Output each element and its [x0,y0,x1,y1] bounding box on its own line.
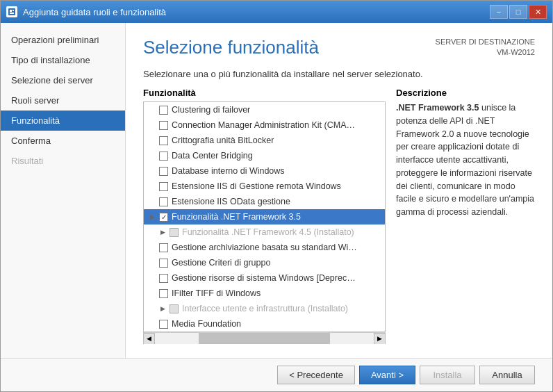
checkbox[interactable] [159,320,168,329]
app-icon [6,6,17,17]
scroll-right-button[interactable]: ▶ [374,333,386,345]
svg-rect-2 [13,10,14,11]
svg-rect-1 [10,10,12,12]
list-item: Funzionalità .NET Framework 4.5 (Install… [144,224,385,240]
list-item[interactable]: Data Center Bridging [144,148,385,163]
checkbox[interactable] [159,121,168,130]
list-item[interactable]: Connection Manager Administration Kit (C… [144,117,385,133]
footer: < Precedente Avanti > Installa Annulla [1,358,552,391]
expand-arrow-icon[interactable] [147,212,157,222]
item-label: Clustering di failover [172,105,250,115]
scroll-track[interactable] [155,333,374,344]
titlebar-controls: − □ ✕ [490,5,547,19]
content-area: Operazioni preliminari Tipo di installaz… [1,23,552,358]
item-label: Interfacce utente e infrastruttura (Inst… [182,304,348,313]
main-content: Selezione funzionalità SERVER DI DESTINA… [126,23,552,358]
install-button[interactable]: Installa [420,366,475,384]
server-name: VM-W2012 [436,47,535,58]
checkbox[interactable] [159,106,168,115]
minimize-button[interactable]: − [490,5,508,19]
sidebar-item-risultati: Risultati [1,151,125,171]
sidebar-item-tipo[interactable]: Tipo di installazione [1,50,125,70]
item-label: Connection Manager Administration Kit (C… [172,120,359,130]
list-item[interactable]: Clustering di failover [144,102,385,117]
description-header: Descrizione [396,88,535,98]
item-label: Gestione Criteri di gruppo [172,258,270,268]
horizontal-scrollbar[interactable]: ◀ ▶ [143,332,386,344]
server-info: SERVER DI DESTINAZIONE VM-W2012 [436,37,535,58]
titlebar: Aggiunta guidata ruoli e funzionalità − … [1,1,552,23]
checkbox-disabled [170,304,179,313]
item-label: IFilter TIFF di Windows [172,288,261,298]
list-item[interactable]: Gestione risorse di sistema Windows [Dep… [144,270,385,286]
description-text: .NET Framework 3.5 unisce la potenza del… [396,101,535,219]
features-header: Funzionalità [143,88,386,98]
window-title: Aggiunta guidata ruoli e funzionalità [23,7,166,17]
checkbox[interactable] [159,182,168,191]
item-label: Estensione IIS OData gestione [172,197,290,206]
list-item[interactable]: Estensione IIS di Gestione remota Window… [144,179,385,194]
description-body: unisce la potenza delle API di .NET Fram… [396,103,534,217]
list-item: Interfacce utente e infrastruttura (Inst… [144,301,385,316]
cancel-button[interactable]: Annulla [479,366,535,384]
description-strong: .NET Framework 3.5 [396,103,479,113]
checkbox[interactable] [159,243,168,252]
item-label: Media Foundation [172,319,241,329]
page-header: Selezione funzionalità SERVER DI DESTINA… [143,37,535,58]
checkbox[interactable] [159,197,168,206]
list-item-selected[interactable]: Funzionalità .NET Framework 3.5 [144,209,385,224]
svg-rect-3 [10,13,14,14]
close-button[interactable]: ✕ [529,5,547,19]
item-label: Gestione risorse di sistema Windows [Dep… [172,273,359,283]
prev-button[interactable]: < Precedente [277,366,355,384]
item-label: Estensione IIS di Gestione remota Window… [172,181,341,191]
features-list: Clustering di failover Connection Manage… [144,102,385,332]
checkbox[interactable] [159,259,168,268]
sidebar-item-operazioni[interactable]: Operazioni preliminari [1,30,125,50]
item-label: Funzionalità .NET Framework 4.5 (Install… [182,227,354,237]
checkbox[interactable] [159,289,168,298]
expand-arrow-icon [158,304,167,313]
checkbox[interactable] [159,167,168,176]
sidebar-item-conferma[interactable]: Conferma [1,131,125,151]
checkbox[interactable] [159,136,168,145]
expand-arrow-icon [158,227,167,237]
features-list-container[interactable]: Clustering di failover Connection Manage… [143,101,386,332]
sidebar: Operazioni preliminari Tipo di installaz… [1,23,126,358]
titlebar-left: Aggiunta guidata ruoli e funzionalità [6,6,166,17]
main-window: Aggiunta guidata ruoli e funzionalità − … [0,0,553,392]
item-label: Funzionalità .NET Framework 3.5 [172,212,301,222]
instruction-text: Selezionare una o più funzionalità da in… [143,69,535,79]
server-label: SERVER DI DESTINAZIONE [436,37,535,47]
list-item[interactable]: Database interno di Windows [144,163,385,179]
sidebar-item-ruoli[interactable]: Ruoli server [1,90,125,111]
scroll-left-button[interactable]: ◀ [143,333,155,345]
list-item[interactable]: Crittografia unità BitLocker [144,133,385,148]
checkbox[interactable] [159,274,168,283]
description-column: Descrizione .NET Framework 3.5 unisce la… [396,88,535,344]
list-item[interactable]: Estensione IIS OData gestione [144,194,385,209]
sidebar-item-funzionalita[interactable]: Funzionalità [1,111,125,131]
maximize-button[interactable]: □ [509,5,527,19]
sidebar-item-selezione-server[interactable]: Selezione dei server [1,70,125,90]
next-button[interactable]: Avanti > [359,366,415,384]
scroll-thumb[interactable] [199,333,330,344]
list-item[interactable]: Media Foundation [144,316,385,332]
list-item[interactable]: IFilter TIFF di Windows [144,286,385,301]
item-label: Gestione archiviazione basata su standar… [172,243,359,252]
columns: Funzionalità Clustering di failover [143,88,535,344]
page-title: Selezione funzionalità [143,37,319,58]
item-label: Database interno di Windows [172,166,285,176]
item-label: Data Center Bridging [172,151,253,161]
list-item[interactable]: Gestione Criteri di gruppo [144,255,385,270]
features-column: Funzionalità Clustering di failover [143,88,386,344]
checkbox-checked[interactable] [159,213,168,222]
list-item[interactable]: Gestione archiviazione basata su standar… [144,240,385,255]
item-label: Crittografia unità BitLocker [172,136,274,145]
checkbox-disabled [170,228,179,237]
checkbox[interactable] [159,152,168,161]
